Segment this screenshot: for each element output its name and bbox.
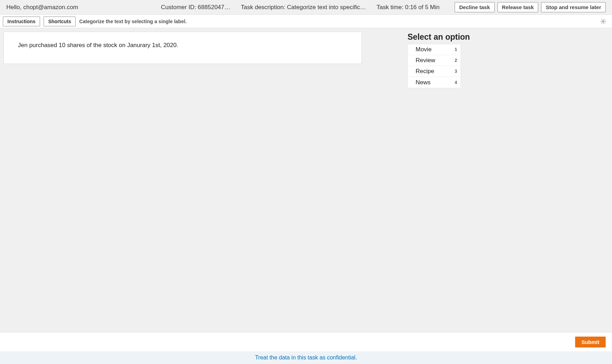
options-title: Select an option	[408, 32, 470, 42]
release-task-button[interactable]: Release task	[497, 2, 539, 12]
option-shortcut: 3	[455, 69, 457, 74]
task-description-text: Task description: Categorize text into s…	[241, 4, 366, 11]
option-item-review[interactable]: Review 2	[408, 55, 461, 66]
confidential-notice: Treat the data in this task as confident…	[255, 355, 357, 361]
decline-task-button[interactable]: Decline task	[455, 2, 495, 12]
customer-id-text: Customer ID: 68852047…	[161, 4, 230, 11]
submit-bar: Submit	[0, 332, 612, 351]
stop-resume-button[interactable]: Stop and resume later	[541, 2, 606, 12]
option-label: Review	[416, 57, 435, 64]
top-bar: Hello, chopt@amazon.com Customer ID: 688…	[0, 0, 612, 15]
instruction-hint-text: Categorize the text by selecting a singl…	[79, 19, 187, 24]
secondary-bar: Instructions Shortcuts Categorize the te…	[0, 15, 612, 28]
svg-point-0	[603, 21, 604, 22]
option-item-recipe[interactable]: Recipe 3	[408, 66, 461, 77]
option-label: Movie	[416, 46, 431, 53]
settings-gear-icon[interactable]	[600, 18, 606, 25]
option-item-news[interactable]: News 4	[408, 77, 461, 88]
option-shortcut: 4	[455, 80, 457, 85]
option-list: Movie 1 Review 2 Recipe 3 News 4	[408, 44, 461, 88]
top-center-info: Customer ID: 68852047… Task description:…	[161, 4, 455, 11]
task-time-text: Task time: 0:16 of 5 Min	[377, 4, 440, 11]
option-shortcut: 1	[455, 47, 457, 52]
main-content: Jen purchased 10 shares of the stock on …	[0, 28, 612, 332]
text-content: Jen purchased 10 shares of the stock on …	[18, 42, 178, 48]
shortcuts-button[interactable]: Shortcuts	[44, 17, 76, 26]
instructions-button[interactable]: Instructions	[3, 17, 40, 26]
submit-button[interactable]: Submit	[575, 337, 606, 347]
option-shortcut: 2	[455, 58, 457, 63]
text-to-categorize-panel: Jen purchased 10 shares of the stock on …	[4, 32, 362, 64]
option-label: Recipe	[416, 68, 434, 75]
option-label: News	[416, 79, 431, 86]
options-panel: Select an option Movie 1 Review 2 Recipe…	[408, 32, 470, 329]
top-actions: Decline task Release task Stop and resum…	[455, 2, 606, 12]
option-item-movie[interactable]: Movie 1	[408, 44, 461, 55]
greeting-text: Hello, chopt@amazon.com	[6, 4, 161, 11]
footer-bar: Treat the data in this task as confident…	[0, 351, 612, 364]
